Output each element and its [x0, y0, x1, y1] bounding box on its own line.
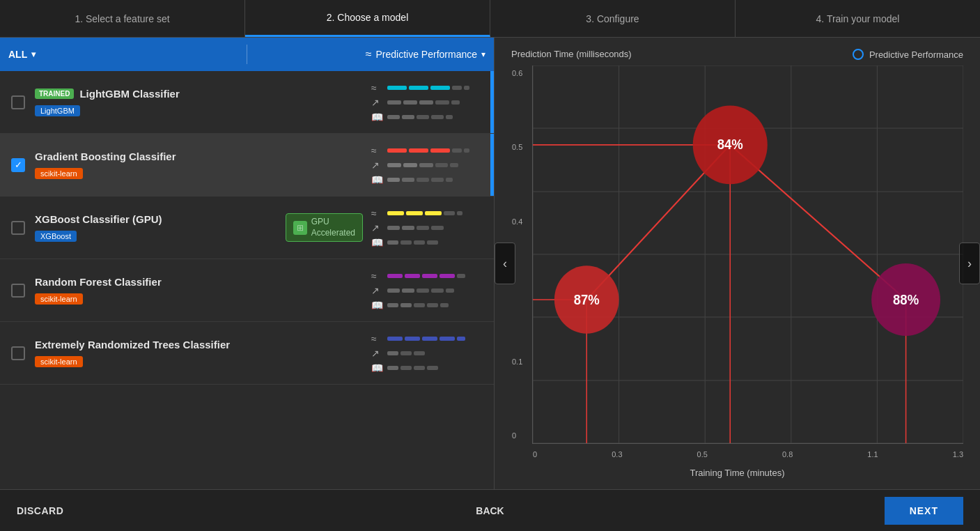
bar-segments-et2 [387, 351, 471, 355]
bar-segments-3 [387, 115, 471, 119]
bar-row-1: ≈ [371, 82, 483, 93]
perf-bars-et: ≈ ↗ [371, 333, 483, 374]
stepper: 1. Select a feature set 2. Choose a mode… [0, 0, 980, 38]
bar-row-2: ↗ [371, 97, 483, 108]
bar-segments-et [387, 337, 471, 341]
trained-badge: TRAINED [35, 88, 74, 99]
chart-icon: ↗ [371, 97, 384, 108]
bar-segments-g [387, 148, 471, 153]
model-name-xgboost: XGBoost Classifier (GPU) [35, 213, 162, 225]
perf-bars-gradient: ≈ ↗ [371, 145, 483, 185]
trend-icon-g: ≈ [371, 145, 384, 156]
model-name-lightgbm: LightGBM Classifier [79, 88, 179, 100]
bar-row-x1: ≈ [371, 208, 483, 219]
lib-badge-lightgbm: LightGBM [35, 105, 80, 116]
model-item-gradient[interactable]: Gradient Boosting Classifier scikit-lear… [0, 134, 494, 197]
bar-row-g1: ≈ [371, 145, 483, 156]
bar-row-g3: 📖 [371, 174, 483, 185]
bar-row-rf2: ↗ [371, 285, 483, 296]
x-axis-labels: 0 0.3 0.5 0.8 1.1 1.3 [533, 450, 963, 459]
model-checkbox-rf[interactable] [11, 284, 25, 298]
bar-segments-g3 [387, 178, 471, 182]
model-item-extra-trees[interactable]: Extremely Randomized Trees Classifier sc… [0, 322, 494, 385]
discard-button[interactable]: DISCARD [17, 500, 63, 522]
perf-chevron-icon: ▾ [481, 49, 485, 59]
model-item-lightgbm[interactable]: TRAINED LightGBM Classifier LightGBM ≈ [0, 71, 494, 134]
left-panel: ALL ▾ ≈ Predictive Performance ▾ TRAINED… [0, 38, 495, 489]
footer-center: BACK [332, 500, 648, 522]
right-panel: ‹ › Prediction Time (milliseconds) Predi… [495, 38, 980, 489]
legend-circle-icon [853, 49, 864, 60]
bar-row-et1: ≈ [371, 333, 483, 344]
trend-icon-et: ≈ [371, 333, 384, 344]
step-train[interactable]: 4. Train your model [736, 0, 980, 37]
bar-segments-2 [387, 100, 471, 105]
book-icon-rf: 📖 [371, 300, 384, 311]
all-filter[interactable]: ALL ▾ [8, 49, 241, 60]
bar-segments [387, 86, 471, 90]
trend-icon-rf: ≈ [371, 270, 384, 282]
toolbar-divider [247, 45, 247, 64]
next-button[interactable]: NEXT [885, 497, 963, 525]
svg-text:88%: 88% [893, 292, 919, 307]
chart-legend: Predictive Performance [853, 49, 963, 60]
step-configure[interactable]: 3. Configure [490, 0, 736, 37]
book-icon-x: 📖 [371, 237, 384, 248]
scroll-indicator-2 [490, 134, 494, 196]
bar-row-rf1: ≈ [371, 270, 483, 282]
bar-row-x2: ↗ [371, 222, 483, 233]
model-checkbox-xgboost[interactable] [11, 221, 25, 235]
lib-badge-rf: scikit-learn [35, 293, 83, 305]
model-info-lightgbm: TRAINED LightGBM Classifier LightGBM [35, 88, 371, 116]
lib-badge-xgboost: XGBoost [35, 231, 77, 242]
chart-area: 0.6 0.5 0.4 0.1 0 0 0.3 0.5 0.8 1.1 1.3 [532, 66, 963, 444]
perf-icon: ≈ [366, 48, 372, 61]
perf-bars-rf: ≈ ↗ [371, 270, 483, 311]
all-chevron-icon: ▾ [31, 49, 36, 59]
chart-svg: 87% 84% 88% [533, 66, 963, 443]
perf-filter[interactable]: ≈ Predictive Performance ▾ [253, 48, 485, 61]
model-info-gradient: Gradient Boosting Classifier scikit-lear… [35, 151, 371, 179]
model-list: TRAINED LightGBM Classifier LightGBM ≈ [0, 71, 494, 489]
model-name-gradient: Gradient Boosting Classifier [35, 151, 176, 162]
footer: DISCARD BACK NEXT [0, 489, 980, 531]
gpu-label-line2: Accelerated [311, 228, 355, 239]
chart-y-label: Prediction Time (milliseconds) [511, 49, 632, 59]
chart-x-label: Training Time (minutes) [511, 468, 963, 478]
step-select-feature[interactable]: 1. Select a feature set [0, 0, 245, 37]
chart-icon-x: ↗ [371, 222, 384, 233]
gpu-chip-icon: ⊞ [293, 221, 307, 235]
nav-arrow-left[interactable]: ‹ [495, 243, 515, 284]
chart-icon-rf: ↗ [371, 285, 384, 296]
svg-text:87%: 87% [574, 292, 600, 307]
bar-segments-rf3 [387, 303, 471, 307]
chart-header: Prediction Time (milliseconds) Predictiv… [511, 49, 963, 60]
bar-row-et2: ↗ [371, 348, 483, 359]
nav-arrow-right[interactable]: › [959, 243, 980, 284]
bar-row-et3: 📖 [371, 362, 483, 374]
model-checkbox-lightgbm[interactable] [11, 95, 25, 109]
model-checkbox-gradient[interactable] [11, 158, 25, 172]
bar-segments-x2 [387, 226, 471, 230]
perf-bars-xgboost: ≈ ↗ [371, 208, 483, 248]
lib-badge-gradient: scikit-learn [35, 168, 83, 179]
svg-text:84%: 84% [717, 137, 743, 153]
bar-segments-x3 [387, 240, 471, 245]
step-choose-model[interactable]: 2. Choose a model [245, 0, 490, 37]
back-button[interactable]: BACK [465, 500, 515, 522]
bar-row-x3: 📖 [371, 237, 483, 248]
footer-right: NEXT [648, 497, 963, 525]
model-item-random-forest[interactable]: Random Forest Classifier scikit-learn ≈ [0, 259, 494, 322]
model-info-xgboost: XGBoost Classifier (GPU) XGBoost [35, 213, 286, 242]
bar-segments-rf2 [387, 288, 471, 293]
model-checkbox-et[interactable] [11, 346, 25, 360]
scroll-indicator [490, 71, 494, 133]
toolbar: ALL ▾ ≈ Predictive Performance ▾ [0, 38, 494, 71]
legend-label: Predictive Performance [869, 49, 963, 60]
bar-row-g2: ↗ [371, 160, 483, 171]
bar-row-rf3: 📖 [371, 300, 483, 311]
model-item-xgboost[interactable]: XGBoost Classifier (GPU) XGBoost ⊞ GPU A… [0, 197, 494, 259]
book-icon: 📖 [371, 111, 384, 123]
book-icon-et: 📖 [371, 362, 384, 374]
chart-icon-g: ↗ [371, 160, 384, 171]
